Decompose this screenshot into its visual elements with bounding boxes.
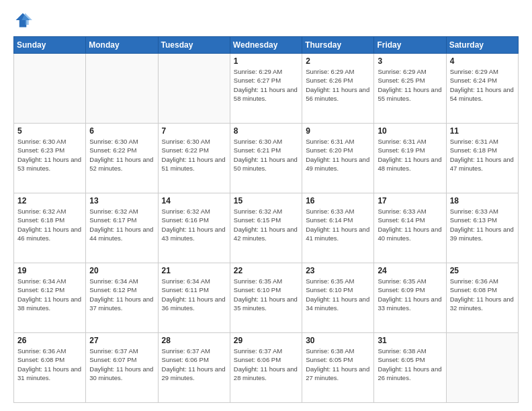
day-info: Sunrise: 6:32 AMSunset: 6:16 PMDaylight:…: [162, 207, 226, 242]
calendar-cell: 4Sunrise: 6:29 AMSunset: 6:24 PMDaylight…: [446, 54, 518, 124]
day-info: Sunrise: 6:34 AMSunset: 6:11 PMDaylight:…: [162, 277, 226, 312]
day-number: 25: [450, 266, 515, 275]
day-number: 6: [89, 126, 154, 136]
day-number: 19: [17, 266, 82, 275]
logo-icon: [13, 11, 32, 30]
day-info: Sunrise: 6:29 AMSunset: 6:24 PMDaylight:…: [450, 67, 515, 103]
day-info: Sunrise: 6:31 AMSunset: 6:18 PMDaylight:…: [450, 137, 515, 173]
day-info: Sunrise: 6:30 AMSunset: 6:22 PMDaylight:…: [162, 137, 226, 173]
calendar-cell: 19Sunrise: 6:34 AMSunset: 6:12 PMDayligh…: [14, 263, 86, 333]
calendar-cell: 28Sunrise: 6:37 AMSunset: 6:06 PMDayligh…: [158, 333, 230, 403]
day-info: Sunrise: 6:34 AMSunset: 6:12 PMDaylight:…: [17, 277, 82, 312]
calendar-cell: 15Sunrise: 6:32 AMSunset: 6:15 PMDayligh…: [230, 193, 302, 263]
weekday-header-tuesday: Tuesday: [158, 37, 230, 54]
calendar-cell: 31Sunrise: 6:38 AMSunset: 6:05 PMDayligh…: [374, 333, 446, 403]
calendar-table: SundayMondayTuesdayWednesdayThursdayFrid…: [13, 36, 519, 403]
calendar-cell: 29Sunrise: 6:37 AMSunset: 6:06 PMDayligh…: [230, 333, 302, 403]
calendar-cell: 2Sunrise: 6:29 AMSunset: 6:26 PMDaylight…: [302, 54, 374, 124]
calendar-cell: 6Sunrise: 6:30 AMSunset: 6:22 PMDaylight…: [86, 124, 158, 193]
day-info: Sunrise: 6:37 AMSunset: 6:06 PMDaylight:…: [234, 347, 298, 382]
day-number: 22: [234, 266, 298, 275]
day-number: 18: [450, 196, 515, 205]
calendar-cell: [14, 54, 86, 124]
day-number: 30: [306, 336, 370, 345]
day-info: Sunrise: 6:38 AMSunset: 6:05 PMDaylight:…: [378, 347, 442, 382]
calendar-cell: 14Sunrise: 6:32 AMSunset: 6:16 PMDayligh…: [158, 193, 230, 263]
day-info: Sunrise: 6:38 AMSunset: 6:05 PMDaylight:…: [306, 347, 370, 382]
day-info: Sunrise: 6:29 AMSunset: 6:25 PMDaylight:…: [378, 67, 442, 103]
day-number: 16: [306, 196, 370, 205]
day-number: 21: [162, 266, 226, 275]
day-info: Sunrise: 6:29 AMSunset: 6:27 PMDaylight:…: [234, 67, 298, 103]
day-info: Sunrise: 6:35 AMSunset: 6:09 PMDaylight:…: [378, 277, 442, 312]
page: SundayMondayTuesdayWednesdayThursdayFrid…: [0, 0, 532, 411]
day-info: Sunrise: 6:29 AMSunset: 6:26 PMDaylight:…: [306, 67, 370, 103]
day-number: 9: [306, 126, 370, 136]
week-row-4: 26Sunrise: 6:36 AMSunset: 6:08 PMDayligh…: [14, 333, 519, 403]
day-number: 1: [234, 56, 298, 66]
calendar-cell: 18Sunrise: 6:33 AMSunset: 6:13 PMDayligh…: [446, 193, 518, 263]
day-info: Sunrise: 6:32 AMSunset: 6:15 PMDaylight:…: [234, 207, 298, 242]
day-info: Sunrise: 6:30 AMSunset: 6:22 PMDaylight:…: [89, 137, 154, 173]
calendar-cell: 10Sunrise: 6:31 AMSunset: 6:19 PMDayligh…: [374, 124, 446, 193]
day-number: 28: [162, 336, 226, 345]
calendar-cell: 9Sunrise: 6:31 AMSunset: 6:20 PMDaylight…: [302, 124, 374, 193]
weekday-header-row: SundayMondayTuesdayWednesdayThursdayFrid…: [14, 37, 519, 54]
day-number: 12: [17, 196, 82, 205]
calendar-cell: [158, 54, 230, 124]
day-number: 20: [89, 266, 154, 275]
day-number: 11: [450, 126, 515, 136]
day-number: 4: [450, 56, 515, 66]
calendar-cell: 7Sunrise: 6:30 AMSunset: 6:22 PMDaylight…: [158, 124, 230, 193]
calendar-cell: 3Sunrise: 6:29 AMSunset: 6:25 PMDaylight…: [374, 54, 446, 124]
calendar-cell: 21Sunrise: 6:34 AMSunset: 6:11 PMDayligh…: [158, 263, 230, 333]
header: [13, 11, 519, 30]
calendar-cell: 22Sunrise: 6:35 AMSunset: 6:10 PMDayligh…: [230, 263, 302, 333]
weekday-header-monday: Monday: [86, 37, 158, 54]
calendar-cell: 8Sunrise: 6:30 AMSunset: 6:21 PMDaylight…: [230, 124, 302, 193]
weekday-header-sunday: Sunday: [14, 37, 86, 54]
day-number: 23: [306, 266, 370, 275]
day-number: 5: [17, 126, 82, 136]
calendar-cell: 23Sunrise: 6:35 AMSunset: 6:10 PMDayligh…: [302, 263, 374, 333]
week-row-1: 5Sunrise: 6:30 AMSunset: 6:23 PMDaylight…: [14, 124, 519, 193]
day-info: Sunrise: 6:30 AMSunset: 6:23 PMDaylight:…: [17, 137, 82, 173]
day-info: Sunrise: 6:35 AMSunset: 6:10 PMDaylight:…: [234, 277, 298, 312]
day-number: 13: [89, 196, 154, 205]
day-info: Sunrise: 6:33 AMSunset: 6:14 PMDaylight:…: [306, 207, 370, 242]
calendar-cell: 30Sunrise: 6:38 AMSunset: 6:05 PMDayligh…: [302, 333, 374, 403]
day-number: 24: [378, 266, 442, 275]
day-info: Sunrise: 6:30 AMSunset: 6:21 PMDaylight:…: [234, 137, 298, 173]
week-row-0: 1Sunrise: 6:29 AMSunset: 6:27 PMDaylight…: [14, 54, 519, 124]
week-row-2: 12Sunrise: 6:32 AMSunset: 6:18 PMDayligh…: [14, 193, 519, 263]
day-info: Sunrise: 6:33 AMSunset: 6:14 PMDaylight:…: [378, 207, 442, 242]
day-number: 14: [162, 196, 226, 205]
calendar-cell: 20Sunrise: 6:34 AMSunset: 6:12 PMDayligh…: [86, 263, 158, 333]
calendar-cell: [86, 54, 158, 124]
calendar-cell: 24Sunrise: 6:35 AMSunset: 6:09 PMDayligh…: [374, 263, 446, 333]
day-number: 3: [378, 56, 442, 66]
day-info: Sunrise: 6:35 AMSunset: 6:10 PMDaylight:…: [306, 277, 370, 312]
day-number: 26: [17, 336, 82, 345]
logo: [13, 11, 35, 30]
week-row-3: 19Sunrise: 6:34 AMSunset: 6:12 PMDayligh…: [14, 263, 519, 333]
day-number: 10: [378, 126, 442, 136]
day-info: Sunrise: 6:36 AMSunset: 6:08 PMDaylight:…: [450, 277, 515, 312]
calendar-cell: 26Sunrise: 6:36 AMSunset: 6:08 PMDayligh…: [14, 333, 86, 403]
day-info: Sunrise: 6:31 AMSunset: 6:20 PMDaylight:…: [306, 137, 370, 173]
day-info: Sunrise: 6:34 AMSunset: 6:12 PMDaylight:…: [89, 277, 154, 312]
calendar-cell: [446, 333, 518, 403]
calendar-cell: 12Sunrise: 6:32 AMSunset: 6:18 PMDayligh…: [14, 193, 86, 263]
calendar-cell: 11Sunrise: 6:31 AMSunset: 6:18 PMDayligh…: [446, 124, 518, 193]
calendar-cell: 27Sunrise: 6:37 AMSunset: 6:07 PMDayligh…: [86, 333, 158, 403]
day-number: 31: [378, 336, 442, 345]
day-number: 2: [306, 56, 370, 66]
day-number: 7: [162, 126, 226, 136]
calendar-cell: 25Sunrise: 6:36 AMSunset: 6:08 PMDayligh…: [446, 263, 518, 333]
weekday-header-saturday: Saturday: [446, 37, 518, 54]
weekday-header-wednesday: Wednesday: [230, 37, 302, 54]
day-number: 15: [234, 196, 298, 205]
calendar-cell: 16Sunrise: 6:33 AMSunset: 6:14 PMDayligh…: [302, 193, 374, 263]
day-info: Sunrise: 6:33 AMSunset: 6:13 PMDaylight:…: [450, 207, 515, 242]
day-info: Sunrise: 6:31 AMSunset: 6:19 PMDaylight:…: [378, 137, 442, 173]
